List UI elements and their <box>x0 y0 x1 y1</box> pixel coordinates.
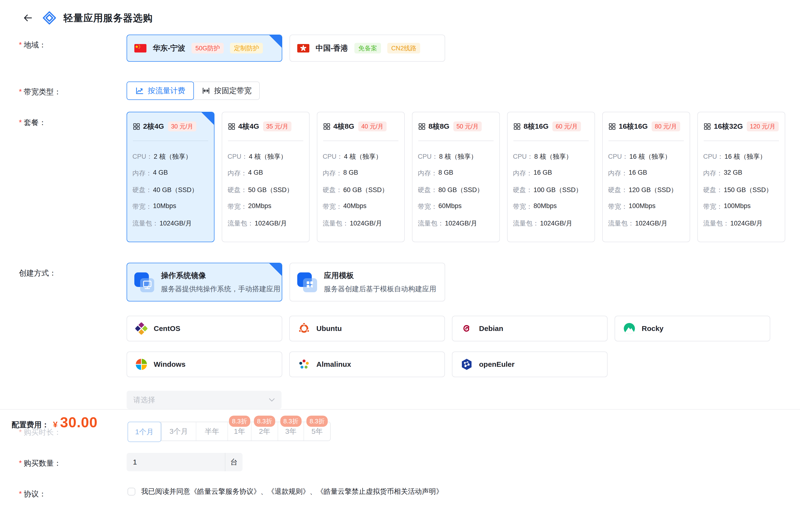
region-name: 华东-宁波 <box>153 43 185 53</box>
spec-row: 硬盘：100 GB（SSD） <box>513 186 589 194</box>
region-name: 中国-香港 <box>316 43 348 53</box>
agreement-checkbox[interactable] <box>128 488 135 495</box>
package-grid-icon <box>418 123 426 130</box>
package-grid-icon <box>133 123 140 130</box>
selected-corner-badge <box>269 263 282 276</box>
package-specs: CPU：4 核（独享） 内存：4 GB 硬盘：50 GB（SSD） 带宽：20M… <box>227 152 304 228</box>
region-options: 华东-宁波 50G防护 定制防护 中国-香港 免备案 CN2线路 <box>127 35 445 62</box>
package-price-badge: 40 元/月 <box>358 121 387 131</box>
region-badge: CN2线路 <box>387 43 420 54</box>
package-name: 4核4G <box>238 121 259 131</box>
region-badge: 定制防护 <box>230 43 263 54</box>
ubuntu-icon <box>298 322 310 335</box>
hk-flag-icon <box>297 44 309 53</box>
bandwidth-by-traffic-button[interactable]: 按流量计费 <box>127 81 194 100</box>
duration-option[interactable]: 8.3折 1年 <box>227 422 251 440</box>
creation-card-app-template[interactable]: 应用模板 服务器创建后基于模板自动构建应用 <box>290 263 445 301</box>
spec-row: CPU：2 核（独享） <box>132 152 209 161</box>
creation-card-os-image[interactable]: 操作系统镜像 服务器提供纯操作系统，手动搭建应用 <box>127 263 282 301</box>
almalinux-icon <box>298 358 310 370</box>
region-label: *地域： <box>19 40 46 50</box>
package-card[interactable]: 16核32G 120 元/月 CPU：16 核（独享） 内存：32 GB 硬盘：… <box>697 112 785 242</box>
creation-desc: 服务器提供纯操作系统，手动搭建应用 <box>161 284 280 294</box>
package-card[interactable]: 4核8G 40 元/月 CPU：4 核（独享） 内存：8 GB 硬盘：60 GB… <box>317 112 405 242</box>
spec-row: 内存：16 GB <box>513 169 589 177</box>
agreement-text[interactable]: 我已阅读并同意《皓量云擎服务协议》、《退款规则》、《皓量云擎禁止虚拟货币相关活动… <box>141 487 443 496</box>
package-name: 4核8G <box>333 121 354 131</box>
package-card[interactable]: 8核8G 50 元/月 CPU：8 核（独享） 内存：8 GB 硬盘：80 GB… <box>412 112 500 242</box>
package-specs: CPU：4 核（独享） 内存：8 GB 硬盘：60 GB（SSD） 带宽：40M… <box>323 152 399 228</box>
divider <box>133 140 208 141</box>
duration-option[interactable]: 8.3折 5年 <box>303 422 330 440</box>
bandwidth-fixed-button[interactable]: 按固定带宽 <box>193 81 260 100</box>
version-select[interactable]: 请选择 <box>127 391 281 409</box>
package-grid-icon <box>323 123 330 130</box>
package-name: 8核8G <box>428 121 449 131</box>
spec-row: 带宽：80Mbps <box>513 202 589 211</box>
creation-method-label: 创建方式： <box>19 268 56 278</box>
spec-row: 流量包：1024GB/月 <box>608 219 684 228</box>
region-card-hongkong[interactable]: 中国-香港 免备案 CN2线路 <box>290 35 445 62</box>
footer-divider <box>0 409 800 410</box>
os-card-rocky[interactable]: Rocky <box>615 316 770 341</box>
bandwidth-label: *带宽类型： <box>19 87 61 97</box>
spec-row: 带宽：40Mbps <box>323 202 399 211</box>
package-price-badge: 30 元/月 <box>168 121 197 131</box>
package-card[interactable]: 8核16G 60 元/月 CPU：8 核（独享） 内存：16 GB 硬盘：100… <box>507 112 595 242</box>
os-card-ubuntu[interactable]: Ubuntu <box>289 316 445 341</box>
quantity-input[interactable]: 1 <box>127 453 225 471</box>
fee-currency: ¥ <box>53 420 58 429</box>
creation-desc: 服务器创建后基于模板自动构建应用 <box>324 284 436 294</box>
package-specs: CPU：8 核（独享） 内存：16 GB 硬盘：100 GB（SSD） 带宽：8… <box>513 152 589 228</box>
spec-row: 内存：8 GB <box>418 169 494 177</box>
back-button[interactable] <box>22 12 33 23</box>
spec-row: 内存：8 GB <box>323 169 399 177</box>
bandwidth-type-group: 按流量计费 按固定带宽 <box>127 81 260 100</box>
quantity-label: *购买数量： <box>19 458 61 468</box>
package-name: 2核4G <box>143 121 164 131</box>
os-card-centos[interactable]: CentOS <box>127 316 282 341</box>
divider <box>228 140 303 141</box>
selected-corner-badge <box>269 35 282 48</box>
openeuler-icon <box>461 358 473 370</box>
spec-row: 带宽：20Mbps <box>227 202 304 211</box>
fixed-width-icon <box>202 87 210 95</box>
spec-row: CPU：4 核（独享） <box>323 152 399 161</box>
select-placeholder: 请选择 <box>133 395 155 405</box>
package-name: 16核16G <box>619 121 648 131</box>
package-grid-icon <box>514 123 521 130</box>
spec-row: 硬盘：120 GB（SSD） <box>608 186 684 194</box>
os-card-debian[interactable]: Debian <box>452 316 608 341</box>
discount-badge: 8.3折 <box>280 416 301 427</box>
duration-option[interactable]: 8.3折 2年 <box>251 422 278 440</box>
region-card-ningbo[interactable]: 华东-宁波 50G防护 定制防护 <box>127 35 282 62</box>
os-image-icon <box>133 270 156 294</box>
region-badge: 免备案 <box>354 43 381 54</box>
duration-option[interactable]: 1个月 <box>128 422 161 442</box>
duration-option[interactable]: 3个月 <box>161 422 196 440</box>
package-specs: CPU：8 核（独享） 内存：8 GB 硬盘：80 GB（SSD） 带宽：60M… <box>418 152 494 228</box>
spec-row: 带宽：100Mbps <box>608 202 684 211</box>
package-card[interactable]: 16核16G 80 元/月 CPU：16 核（独享） 内存：16 GB 硬盘：1… <box>602 112 690 242</box>
spec-row: 流量包：1024GB/月 <box>513 219 589 228</box>
package-card[interactable]: 2核4G 30 元/月 CPU：2 核（独享） 内存：4 GB 硬盘：40 GB… <box>127 112 215 242</box>
page-header: 轻量应用服务器选购 <box>22 10 153 26</box>
windows-icon <box>135 358 147 370</box>
os-card-almalinux[interactable]: Almalinux <box>289 352 445 377</box>
package-price-badge: 120 元/月 <box>747 121 779 131</box>
duration-option[interactable]: 半年 <box>196 422 227 440</box>
discount-badge: 8.3折 <box>306 416 328 427</box>
package-specs: CPU：16 核（独享） 内存：32 GB 硬盘：150 GB（SSD） 带宽：… <box>703 152 779 228</box>
package-card[interactable]: 4核4G 35 元/月 CPU：4 核（独享） 内存：4 GB 硬盘：50 GB… <box>222 112 310 242</box>
duration-option[interactable]: 8.3折 3年 <box>278 422 303 440</box>
os-card-windows[interactable]: Windows <box>127 352 282 377</box>
package-grid-icon <box>704 123 711 130</box>
brand-diamond-icon <box>42 10 57 26</box>
spec-row: 流量包：1024GB/月 <box>227 219 304 228</box>
package-specs: CPU：16 核（独享） 内存：16 GB 硬盘：120 GB（SSD） 带宽：… <box>608 152 684 228</box>
line-chart-icon <box>135 87 144 95</box>
os-card-openeuler[interactable]: openEuler <box>452 352 608 377</box>
spec-row: CPU：8 核（独享） <box>513 152 589 161</box>
agreement-label: *协议： <box>19 489 46 499</box>
creation-title: 应用模板 <box>324 270 436 281</box>
